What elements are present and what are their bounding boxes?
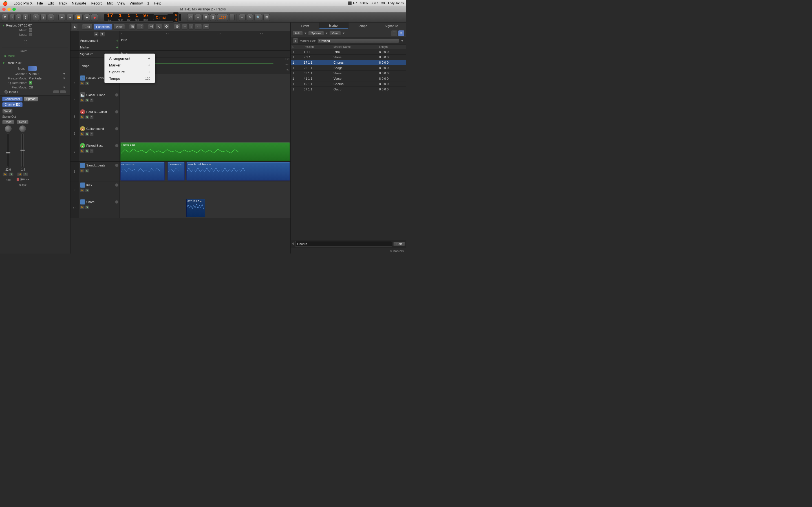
solo-5[interactable]: S xyxy=(85,115,89,119)
solo-btn-1[interactable]: S xyxy=(8,172,13,176)
ruler-nav-down[interactable]: ▼ xyxy=(100,32,105,37)
read-6[interactable]: R xyxy=(90,132,94,136)
trim-btn[interactable]: ⊢ xyxy=(203,24,209,30)
tab-signature[interactable]: Signature xyxy=(377,22,406,29)
toolbar-help-btn[interactable]: ? xyxy=(22,14,28,21)
right-view-btn[interactable]: View xyxy=(329,31,341,36)
toolbar-cursor-btn[interactable]: ↖ xyxy=(33,14,39,21)
toolbar-settings-btn[interactable]: ⚙ xyxy=(2,14,8,21)
snap-btn[interactable]: S xyxy=(210,14,216,21)
menu-file[interactable]: File xyxy=(37,1,43,5)
zoom-btn[interactable]: ⛶ xyxy=(137,24,144,30)
snap-left-btn[interactable]: ⊣ xyxy=(148,24,154,30)
mute-7[interactable]: M xyxy=(80,149,85,153)
tab-event[interactable]: Event xyxy=(291,22,319,29)
read-5[interactable]: R xyxy=(90,115,94,119)
mute-4[interactable]: M xyxy=(80,98,85,102)
mute-checkbox[interactable] xyxy=(29,29,32,32)
bpm-value[interactable]: 97 xyxy=(143,13,149,18)
div-value[interactable]: 1 xyxy=(128,13,130,18)
menu-1[interactable]: 1 xyxy=(147,1,149,5)
right-edit-btn[interactable]: Edit xyxy=(292,31,303,36)
right-list-btn[interactable]: ☰ xyxy=(391,30,397,36)
bar-value[interactable]: 17 xyxy=(107,13,113,18)
menu-logicprox[interactable]: Logic Pro X xyxy=(13,1,33,5)
menu-edit[interactable]: Edit xyxy=(47,1,54,5)
solo-6[interactable]: S xyxy=(85,132,89,136)
expand-btn[interactable]: ↔ xyxy=(195,24,202,30)
goto-start-button[interactable]: ⏪ xyxy=(75,14,83,21)
zoom-to-fit-btn[interactable]: ⊞ xyxy=(129,24,136,30)
tab-marker[interactable]: Marker xyxy=(319,22,348,29)
menu-window[interactable]: Window xyxy=(130,1,143,5)
sample-region-2[interactable]: 097-10.4 ⇄ xyxy=(167,162,185,180)
window-controls[interactable] xyxy=(2,8,16,11)
flex-arrow[interactable]: ▼ xyxy=(63,86,66,89)
key-display[interactable]: C maj xyxy=(153,14,168,20)
menu-help[interactable]: Help xyxy=(154,1,161,5)
marker-row[interactable]: 1 17 1 1 Chorus 8 0 0 0 xyxy=(291,60,406,65)
knob-2[interactable] xyxy=(19,125,26,132)
marker-row[interactable]: 1 41 1 1 Verse 8 0 0 0 xyxy=(291,76,406,81)
track-icon[interactable] xyxy=(28,66,37,71)
menu-record[interactable]: Record xyxy=(91,1,103,5)
marker-row[interactable]: 1 1 1 1 Intro 8 0 0 0 xyxy=(291,49,406,55)
rewind-button[interactable]: ⏮ xyxy=(58,14,65,21)
close-button[interactable] xyxy=(2,8,6,11)
note-text-display[interactable]: Chorus xyxy=(295,241,392,247)
read-btn-2[interactable]: Read xyxy=(17,120,29,124)
menu-mix[interactable]: Mix xyxy=(107,1,113,5)
pencil-btn[interactable]: ✏ xyxy=(195,14,201,21)
nav-up[interactable]: ▲ xyxy=(71,24,78,30)
toolbar-scissor-btn[interactable]: ✂ xyxy=(48,14,54,21)
fader-thumb-2[interactable] xyxy=(20,150,25,151)
marker-row[interactable]: 1 25 1 1 Bridge 8 0 0 0 xyxy=(291,65,406,71)
right-options-btn[interactable]: Options xyxy=(308,31,324,36)
mute-8[interactable]: M xyxy=(80,169,85,173)
right-panel-btn[interactable]: ⊟ xyxy=(263,14,270,21)
mute-6[interactable]: M xyxy=(80,132,85,136)
marker-row[interactable]: 1 9 1 1 Verse 8 0 0 0 xyxy=(291,55,406,60)
arr-plus[interactable]: + xyxy=(116,38,118,43)
marker-edit-btn[interactable]: Edit xyxy=(393,242,405,246)
read-btn-1[interactable]: Read xyxy=(2,120,14,124)
edit-menu-btn[interactable]: Edit xyxy=(82,24,93,30)
solo-3[interactable]: S xyxy=(85,81,89,86)
cycle-btn[interactable]: ↺ xyxy=(187,14,194,21)
mute-3[interactable]: M xyxy=(80,81,85,86)
marker-set-arrow[interactable]: ▼ xyxy=(401,39,404,43)
mute-10[interactable]: M xyxy=(80,205,85,209)
toolbar-info-btn[interactable]: ℹ xyxy=(10,14,15,21)
more-btn[interactable]: ▶ More xyxy=(4,54,15,57)
add-marker-btn[interactable]: + xyxy=(293,38,298,43)
read-7[interactable]: R xyxy=(90,149,94,153)
mrk-plus[interactable]: + xyxy=(116,45,118,50)
functions-menu-btn[interactable]: Functions xyxy=(94,24,112,30)
knob-1[interactable] xyxy=(5,125,11,132)
dropdown-marker[interactable]: Marker + xyxy=(105,62,155,68)
mute-5[interactable]: M xyxy=(80,115,85,119)
solo-9[interactable]: S xyxy=(85,188,89,192)
mute-9[interactable]: M xyxy=(80,188,85,192)
sig-display[interactable]: 4 4 xyxy=(173,12,179,22)
tick-value[interactable]: 1 xyxy=(136,13,139,18)
mute-btn-2[interactable]: M xyxy=(17,172,22,176)
solo-4[interactable]: S xyxy=(85,98,89,102)
snare-region[interactable]: 097-10.67 ⇄ xyxy=(186,199,205,217)
channel-arrow[interactable]: ▼ xyxy=(63,72,66,75)
qref-check[interactable]: ✓ xyxy=(29,81,32,84)
editor-btn[interactable]: ✎ xyxy=(247,14,253,21)
marker-row[interactable]: 1 33 1 1 Verse 8 0 0 0 xyxy=(291,71,406,76)
record-button[interactable]: ⏺ xyxy=(91,14,98,21)
marker-row[interactable]: 1 49 1 1 Chorus 8 0 0 0 xyxy=(291,81,406,87)
solo-7[interactable]: S xyxy=(85,149,89,153)
mute-btn-1[interactable]: M xyxy=(3,172,8,176)
maximize-button[interactable] xyxy=(12,8,16,11)
dropdown-arrangement[interactable]: Arrangement + xyxy=(105,55,155,62)
grid-btn[interactable]: ⊞ xyxy=(202,14,209,21)
move-btn[interactable]: ✛ xyxy=(163,24,170,30)
apple-menu[interactable]: 🍎 xyxy=(2,1,8,6)
forward-button[interactable]: ⏭ xyxy=(66,14,73,21)
input-ctrl2[interactable] xyxy=(60,91,66,93)
toolbar-mixer-btn[interactable]: ⧖ xyxy=(40,14,47,21)
